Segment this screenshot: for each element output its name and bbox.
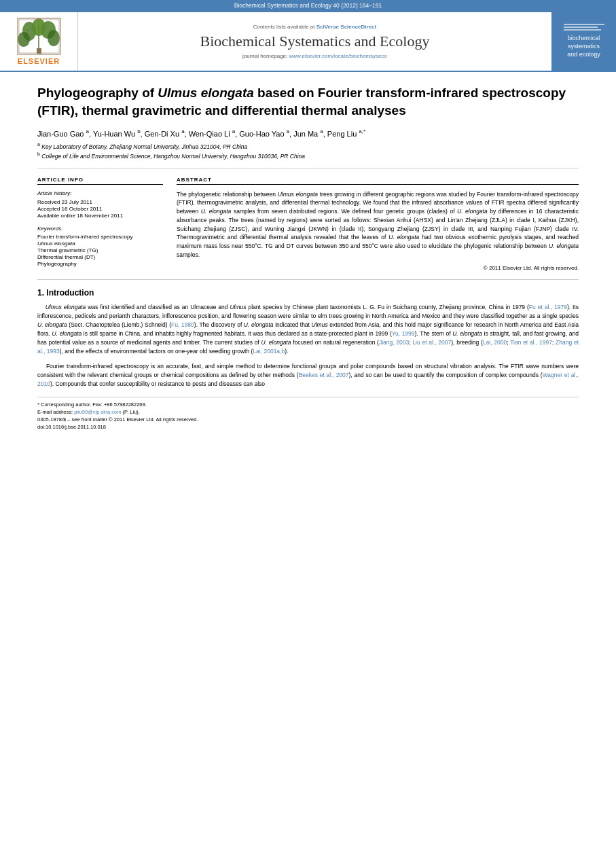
article-info-abstract: ARTICLE INFO Article history: Received 2…: [37, 177, 579, 271]
history-label: Article history:: [37, 190, 163, 196]
svg-point-5: [48, 30, 60, 46]
ref-fu1980[interactable]: Fu, 1980: [171, 321, 194, 328]
affiliation-a: a Key Laboratory of Botany, Zhejiang Nor…: [37, 142, 579, 150]
ref-fu1979[interactable]: Fu et al., 1979: [529, 304, 567, 310]
intro-heading: 1. Introduction: [37, 288, 579, 298]
elsevier-logo-area: ELSEVIER: [0, 12, 78, 71]
intro-para2: Fourier transform-infrared spectroscopy …: [37, 362, 579, 389]
brand-name: biochemical systematics and ecology: [567, 35, 600, 57]
keyword-5: Phylogeography: [37, 261, 163, 267]
ref-jiang2003[interactable]: Jiang, 2003: [379, 339, 409, 346]
abstract-label: ABSTRACT: [177, 177, 579, 185]
footnote-doi: doi:10.1016/j.bse.2011.10.018: [37, 424, 579, 430]
keywords-label: Keywords:: [37, 226, 163, 232]
affiliation-b: b College of Life and Environmental Scie…: [37, 151, 579, 160]
journal-homepage: journal homepage: www.elsevier.com/locat…: [242, 53, 387, 59]
keyword-2: Ulmus elongata: [37, 240, 163, 247]
authors: Jian-Guo Gao a, Yu-Huan Wu b, Gen-Di Xu …: [37, 128, 579, 138]
email-link[interactable]: pliu99@vip.sina.com: [74, 409, 121, 415]
top-bar-text: Biochemical Systematics and Ecology 40 (…: [234, 2, 382, 9]
ref-lai2001[interactable]: Lai, 2001a,b: [253, 348, 285, 355]
homepage-link[interactable]: www.elsevier.com/locate/biochemsyseco: [289, 53, 387, 59]
ref-tian1997[interactable]: Tian et al., 1997: [510, 339, 552, 346]
abstract-col: ABSTRACT The phylogenetic relationship b…: [177, 177, 579, 271]
main-content: Phylogeography of Ulmus elongata based o…: [0, 72, 616, 445]
ref-beekes2007[interactable]: Beekes et al., 2007: [299, 372, 349, 378]
footnote-email: E-mail address: pliu99@vip.sina.com (P. …: [37, 409, 579, 415]
elsevier-logo: ELSEVIER: [17, 18, 61, 65]
journal-brand-text: biochemical systematics and ecology: [564, 24, 604, 58]
journal-title: Biochemical Systematics and Ecology: [200, 33, 430, 50]
title-italic: Ulmus elongata: [158, 86, 253, 100]
copyright: © 2011 Elsevier Ltd. All rights reserved…: [177, 265, 579, 271]
divider-2: [37, 279, 579, 280]
article-info-label: ARTICLE INFO: [37, 177, 163, 185]
journal-branding: biochemical systematics and ecology: [551, 12, 616, 71]
sciverse-link[interactable]: SciVerse ScienceDirect: [316, 24, 377, 30]
svg-point-7: [25, 25, 29, 29]
ref-yu1999[interactable]: Yu, 1999: [392, 330, 415, 337]
intro-para1: Ulmus elongata was first identified and …: [37, 303, 579, 357]
keyword-4: Differential thermal (DT): [37, 254, 163, 260]
article-info-col: ARTICLE INFO Article history: Received 2…: [37, 177, 163, 271]
footnote-section: * Corresponding author. Fax: +86 5798228…: [37, 397, 579, 430]
article-title: Phylogeography of Ulmus elongata based o…: [37, 84, 579, 119]
keyword-3: Thermal gravimetric (TG): [37, 247, 163, 253]
homepage-label: journal homepage:: [242, 53, 289, 59]
elsevier-wordmark: ELSEVIER: [18, 57, 60, 65]
journal-title-area: Contents lists available at SciVerse Sci…: [78, 12, 551, 71]
keyword-1: Fourier transform-infrared spectroscopy: [37, 234, 163, 240]
divider-1: [37, 168, 579, 168]
accepted-date: Accepted 16 October 2011: [37, 206, 163, 212]
ref-liu2007[interactable]: Liu et al., 2007: [412, 339, 451, 346]
journal-header: ELSEVIER Contents lists available at Sci…: [0, 11, 616, 72]
available-date: Available online 18 November 2011: [37, 213, 163, 219]
top-bar: Biochemical Systematics and Ecology 40 (…: [0, 0, 616, 11]
footnote-issn: 0305-1978/$ – see front matter © 2011 El…: [37, 416, 579, 423]
svg-point-3: [18, 32, 30, 47]
footnote-corresponding: * Corresponding author. Fax: +86 5798228…: [37, 401, 579, 408]
elsevier-tree-icon: [17, 18, 61, 55]
abstract-text: The phylogenetic relationship between Ul…: [177, 190, 579, 260]
ref-lai2000[interactable]: Lai, 2000: [483, 339, 507, 346]
received-date: Received 23 July 2011: [37, 199, 163, 205]
sciverse-line: Contents lists available at SciVerse Sci…: [253, 24, 376, 30]
contents-text: Contents lists available at: [253, 24, 316, 30]
svg-point-8: [49, 24, 53, 28]
svg-point-6: [32, 18, 46, 36]
